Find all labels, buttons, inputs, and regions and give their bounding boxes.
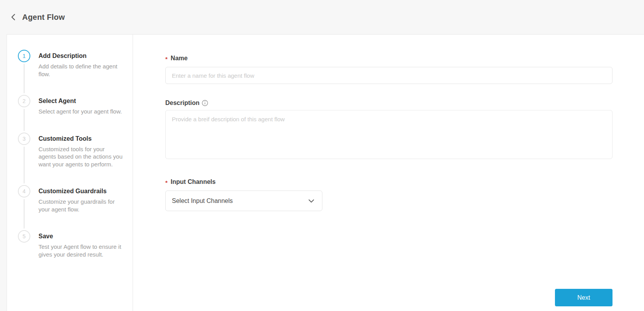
stepper-sidebar: 1 Add Description Add details to define … bbox=[7, 35, 133, 311]
step-description: Customize your guardrails for your agent… bbox=[38, 198, 123, 213]
select-value: Select Input Channels bbox=[172, 197, 233, 204]
chevron-down-icon bbox=[308, 199, 314, 203]
step-add-description[interactable]: 1 Add Description Add details to define … bbox=[18, 50, 133, 95]
step-number-badge: 1 bbox=[18, 50, 30, 62]
step-description: Test your Agent flow to ensure it gives … bbox=[38, 243, 123, 258]
required-asterisk: * bbox=[165, 179, 168, 186]
back-button[interactable] bbox=[8, 12, 19, 23]
step-description: Select agent for your agent flow. bbox=[38, 108, 123, 115]
step-customized-guardrails[interactable]: 4 Customized Guardrails Customize your g… bbox=[18, 185, 133, 230]
page-title: Agent Flow bbox=[22, 13, 65, 22]
step-customized-tools[interactable]: 3 Customized Tools Customized tools for … bbox=[18, 133, 133, 185]
step-title: Add Description bbox=[38, 50, 123, 62]
input-channels-select[interactable]: Select Input Channels bbox=[165, 190, 322, 211]
step-number-badge: 2 bbox=[18, 95, 30, 107]
step-title: Select Agent bbox=[38, 95, 123, 107]
step-connector bbox=[24, 147, 24, 184]
chevron-left-icon bbox=[10, 14, 16, 21]
step-title: Customized Tools bbox=[38, 133, 123, 145]
main-panel: 1 Add Description Add details to define … bbox=[7, 34, 644, 311]
next-button[interactable]: Next bbox=[555, 289, 612, 306]
info-icon[interactable] bbox=[202, 100, 208, 106]
step-number-badge: 4 bbox=[18, 185, 30, 197]
step-description: Add details to define the agent flow. bbox=[38, 63, 123, 78]
step-number-badge: 5 bbox=[18, 230, 30, 243]
step-connector bbox=[24, 64, 24, 93]
input-channels-label: * Input Channels bbox=[165, 178, 612, 185]
form-area: * Name Description * Input Channels Sele… bbox=[133, 35, 644, 311]
required-asterisk: * bbox=[165, 56, 168, 62]
step-title: Save bbox=[38, 230, 123, 243]
step-number-badge: 3 bbox=[18, 133, 30, 145]
name-input[interactable] bbox=[165, 67, 612, 84]
step-select-agent[interactable]: 2 Select Agent Select agent for your age… bbox=[18, 95, 133, 133]
description-textarea[interactable] bbox=[165, 110, 612, 159]
step-description: Customized tools for your agents based o… bbox=[38, 145, 123, 168]
step-save[interactable]: 5 Save Test your Agent flow to ensure it… bbox=[18, 230, 133, 275]
step-title: Customized Guardrails bbox=[38, 185, 123, 197]
step-connector bbox=[24, 109, 24, 131]
step-connector bbox=[24, 199, 24, 229]
header: Agent Flow bbox=[0, 0, 644, 34]
description-label: Description bbox=[165, 100, 612, 107]
name-label: * Name bbox=[165, 55, 612, 62]
